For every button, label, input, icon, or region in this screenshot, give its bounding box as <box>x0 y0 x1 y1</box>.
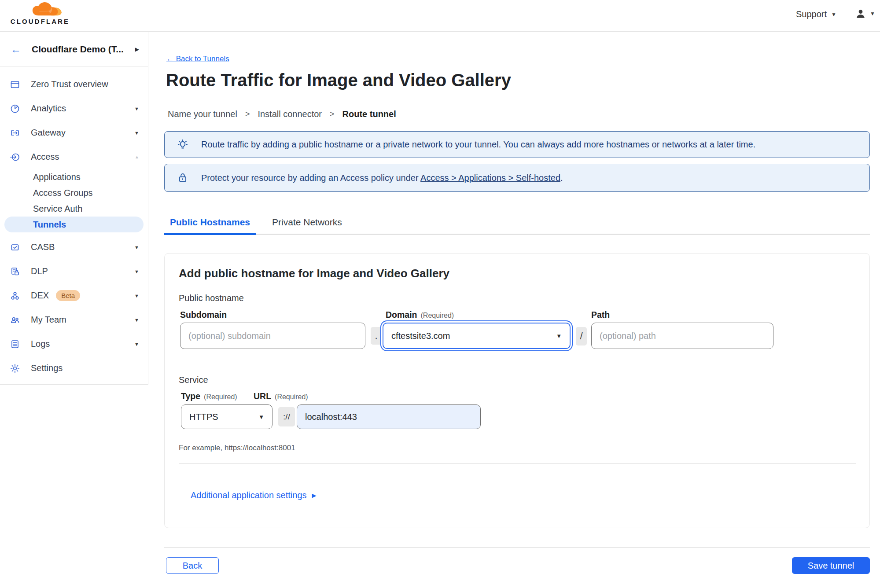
analytics-icon <box>10 103 20 114</box>
save-tunnel-button[interactable]: Save tunnel <box>792 557 870 574</box>
back-to-tunnels-link[interactable]: ← Back to Tunnels <box>166 55 229 63</box>
lightbulb-icon <box>177 139 188 151</box>
beta-badge: Beta <box>56 290 80 301</box>
support-menu[interactable]: Support ▼ <box>796 9 836 19</box>
user-icon <box>855 8 866 19</box>
user-menu[interactable]: ▼ <box>855 8 875 19</box>
sidebar-item-service-auth[interactable]: Service Auth <box>0 201 148 217</box>
sidebar-item-logs[interactable]: Logs ▼ <box>0 332 148 356</box>
required-hint: (Required) <box>204 393 237 401</box>
step-install-connector: Install connector <box>258 109 322 119</box>
sidebar-item-tunnels[interactable]: Tunnels <box>4 217 144 232</box>
back-arrow-icon[interactable]: ← <box>11 44 21 55</box>
tab-bar: Public Hostnames Private Networks <box>164 213 870 235</box>
sidebar-item-my-team[interactable]: My Team ▼ <box>0 308 148 332</box>
path-label: Path <box>591 310 610 320</box>
top-bar: CLOUDFLARE Support ▼ ▼ <box>0 0 880 32</box>
team-icon <box>10 315 20 325</box>
slash-separator: / <box>576 327 587 345</box>
logs-icon <box>10 339 20 349</box>
access-applications-self-hosted-link[interactable]: Access > Applications > Self-hosted <box>420 173 560 183</box>
gear-icon <box>10 363 20 374</box>
chevron-down-icon: ▼ <box>258 414 264 420</box>
domain-select[interactable]: cftestsite3.com ▼ <box>383 323 571 349</box>
url-example-hint: For example, https://localhost:8001 <box>179 444 295 452</box>
url-input[interactable] <box>297 404 481 429</box>
gateway-icon <box>10 128 20 138</box>
tab-private-networks[interactable]: Private Networks <box>266 213 348 234</box>
account-name: Cloudflare Demo (T... <box>32 44 124 55</box>
type-label: Type(Required) <box>181 391 237 401</box>
main-content: ← Back to Tunnels Route Traffic for Imag… <box>148 32 880 588</box>
sidebar-item-dex[interactable]: DEX Beta ▼ <box>0 283 148 308</box>
type-select-value: HTTPS <box>189 412 218 422</box>
service-section-label: Service <box>179 375 208 385</box>
step-separator: > <box>245 110 250 119</box>
required-hint: (Required) <box>421 312 454 319</box>
chevron-down-icon: ▼ <box>134 293 139 298</box>
back-button[interactable]: Back <box>166 557 219 574</box>
chevron-down-icon: ▼ <box>831 11 836 18</box>
cloudflare-wordmark: CLOUDFLARE <box>7 18 73 25</box>
divider <box>164 547 870 548</box>
type-select[interactable]: HTTPS ▼ <box>181 404 272 429</box>
chevron-down-icon: ▼ <box>134 245 139 250</box>
domain-label: Domain(Required) <box>386 310 454 320</box>
chevron-right-icon: ▶ <box>135 46 139 52</box>
public-hostname-section-label: Public hostname <box>179 293 244 303</box>
overview-icon <box>10 79 20 90</box>
chevron-down-icon: ▼ <box>134 130 139 136</box>
divider <box>179 463 856 464</box>
step-separator: > <box>330 110 335 119</box>
info-banner-route-traffic: Route traffic by adding a public hostnam… <box>164 131 870 158</box>
step-name-your-tunnel: Name your tunnel <box>168 109 237 119</box>
dot-separator: . <box>371 327 382 345</box>
info-banner-access-policy: Protect your resource by adding an Acces… <box>164 164 870 192</box>
access-icon <box>10 152 20 162</box>
additional-settings-toggle[interactable]: Additional application settings ▶ <box>191 490 317 500</box>
sidebar-item-applications[interactable]: Applications <box>0 169 148 185</box>
subdomain-label: Subdomain <box>180 310 227 320</box>
account-switcher[interactable]: ← Cloudflare Demo (T... ▶ <box>0 32 148 67</box>
breadcrumb: Name your tunnel > Install connector > R… <box>168 109 396 119</box>
path-input[interactable] <box>591 323 773 349</box>
dex-icon <box>10 290 20 301</box>
sidebar: ← Cloudflare Demo (T... ▶ Zero Trust ove… <box>0 32 148 385</box>
cloudflare-logo[interactable]: CLOUDFLARE <box>7 2 73 25</box>
subdomain-input[interactable] <box>180 323 365 349</box>
support-label: Support <box>796 9 827 19</box>
casb-icon <box>10 242 20 253</box>
dlp-icon <box>10 266 20 277</box>
step-route-tunnel: Route tunnel <box>342 109 396 119</box>
scheme-separator: :// <box>278 407 295 426</box>
chevron-down-icon: ▼ <box>556 333 562 339</box>
banner-text: Route traffic by adding a public hostnam… <box>201 140 755 150</box>
chevron-down-icon: ▼ <box>134 317 139 323</box>
sidebar-item-access-groups[interactable]: Access Groups <box>0 185 148 201</box>
sidebar-nav: Zero Trust overview Analytics ▼ Gateway … <box>0 67 148 380</box>
sidebar-item-casb[interactable]: CASB ▼ <box>0 235 148 259</box>
chevron-down-icon: ▼ <box>134 106 139 111</box>
banner-text: Protect your resource by adding an Acces… <box>201 173 563 183</box>
cloudflare-cloud-icon <box>30 2 63 17</box>
page-title: Route Traffic for Image and Video Galler… <box>166 70 511 90</box>
sidebar-item-access[interactable]: Access ▲ <box>0 145 148 169</box>
card-heading: Add public hostname for Image and Video … <box>179 267 449 280</box>
chevron-down-icon: ▼ <box>134 269 139 274</box>
chevron-down-icon: ▼ <box>870 11 875 17</box>
public-hostname-card: Add public hostname for Image and Video … <box>164 253 870 528</box>
chevron-right-icon: ▶ <box>312 492 317 499</box>
chevron-up-icon: ▲ <box>135 154 139 159</box>
sidebar-item-settings[interactable]: Settings <box>0 356 148 380</box>
sidebar-item-zero-trust-overview[interactable]: Zero Trust overview <box>0 72 148 96</box>
sidebar-item-gateway[interactable]: Gateway ▼ <box>0 121 148 145</box>
tab-public-hostnames[interactable]: Public Hostnames <box>164 213 256 235</box>
required-hint: (Required) <box>275 393 308 401</box>
lock-icon <box>177 172 188 184</box>
sidebar-item-dlp[interactable]: DLP ▼ <box>0 259 148 283</box>
chevron-down-icon: ▼ <box>134 342 139 347</box>
sidebar-item-analytics[interactable]: Analytics ▼ <box>0 96 148 121</box>
url-label: URL(Required) <box>254 391 308 401</box>
domain-select-value: cftestsite3.com <box>391 331 450 341</box>
